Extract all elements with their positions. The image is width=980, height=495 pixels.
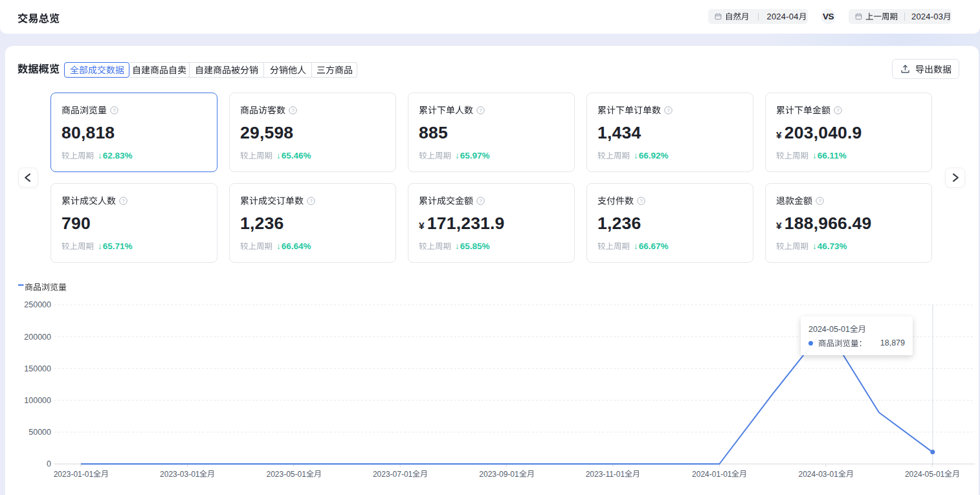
svg-text:?: ? <box>479 107 482 113</box>
svg-text:?: ? <box>818 198 821 204</box>
svg-text:0: 0 <box>47 459 51 468</box>
svg-text:200000: 200000 <box>24 333 51 342</box>
svg-text:100000: 100000 <box>24 396 51 405</box>
svg-text:?: ? <box>122 198 125 204</box>
svg-text:?: ? <box>309 198 313 204</box>
svg-text:?: ? <box>836 107 840 113</box>
svg-text:250000: 250000 <box>24 300 51 309</box>
svg-text:50000: 50000 <box>28 428 51 437</box>
svg-text:?: ? <box>113 107 116 113</box>
svg-text:?: ? <box>640 198 643 204</box>
svg-text:?: ? <box>291 107 295 113</box>
svg-text:?: ? <box>479 198 482 204</box>
svg-text:?: ? <box>667 107 670 113</box>
svg-text:150000: 150000 <box>24 364 51 373</box>
